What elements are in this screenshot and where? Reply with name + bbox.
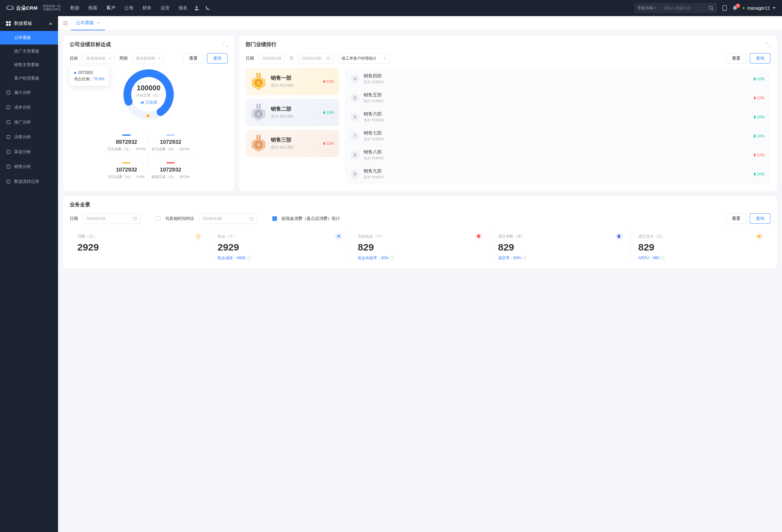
sidebar-sub-1[interactable]: 推广主管看板 [0,44,58,58]
sales-icon [6,164,11,169]
svg-text:2: 2 [257,112,259,116]
medal-2-icon: 2 [251,105,266,120]
rank-row: 8 销售八部流水 ¥19020 12% [345,145,771,165]
nav-item-5[interactable]: 运营 [161,5,170,11]
trend-icon: 12% [323,79,334,84]
username: manager11 [747,5,770,11]
svg-point-1 [709,6,712,9]
notification-badge: 5 [736,4,740,8]
svg-point-0 [196,6,198,8]
nav-item-3[interactable]: 公海 [125,5,134,11]
sidebar-item-1[interactable]: 成本分析 [0,100,58,115]
search-button[interactable] [706,6,717,11]
stat-1: 机会（个） 2929 机会成本：¥948 ? [210,231,350,263]
filter-icon [6,90,11,95]
rank-top-3: 3 销售三部流水 ¥10,900 12% [246,130,339,157]
sidebar-item-3[interactable]: 访客分析 [0,130,58,144]
cash-checkbox[interactable]: ✓ [272,216,277,221]
target-cell-1: 1072932未完成量（元）|20.9% [149,129,192,157]
sidebar-item-5[interactable]: 销售分析 [0,159,58,174]
user-icon[interactable] [194,5,199,11]
sidebar-item-6[interactable]: 数据流转记录 [0,174,58,189]
svg-rect-25 [259,73,260,77]
stat-2: 有效机会（个） 829 机会有效率：80% ? [350,231,490,263]
svg-text:3: 3 [257,143,259,147]
target-card: 公司业绩目标达成 目标 请选择目标 周期 请选择周期 重置 查询 [63,35,234,190]
sidebar-group-dashboard[interactable]: 数据看板 [0,16,58,31]
search-input[interactable] [661,6,706,10]
date-label: 日期 [246,56,254,61]
search-box: 手机号码 [634,3,717,13]
sidebar-sub-3[interactable]: 客户经理看板 [0,72,58,85]
sidebar-item-0[interactable]: 漏斗分析 [0,85,58,100]
medal-3-icon: 3 [251,136,266,151]
rank-top-1: 1 销售一部流水 ¥10,900 12% [246,68,339,95]
sidebar-sub-0[interactable]: 公司看板 [0,31,58,44]
rank-top-2: 2 销售二部流水 ¥10,900 10% [246,99,339,126]
reset-button[interactable]: 重置 [726,213,747,224]
svg-rect-7 [6,24,8,26]
business-overview-card: 业务全景 日期 2018/01/08 与其他时间对比 2018/01/08 ✓ … [63,196,777,269]
trend-icon: 10% [323,110,334,115]
logo-text: 云朵CRM [16,5,38,11]
tab-bar: 公司看板 ✕ [58,16,782,30]
svg-point-4 [724,9,725,10]
compare-checkbox[interactable] [156,216,161,221]
svg-rect-29 [257,104,258,108]
reset-button[interactable]: 重置 [183,53,204,64]
period-label: 周期 [119,56,128,61]
tab-company-dashboard[interactable]: 公司看板 ✕ [71,16,105,30]
logo-subtitle: 教育机构一站式服务云平台 [41,5,61,11]
query-button[interactable]: 查询 [750,53,771,64]
help-icon[interactable]: ? [523,256,527,260]
phone-icon[interactable] [205,5,210,11]
reset-button[interactable]: 重置 [726,53,747,64]
biz-date2-input[interactable]: 2018/01/08 [199,213,257,224]
period-select[interactable]: 请选择周期 [132,53,165,64]
svg-rect-12 [7,135,10,139]
tab-collapse-icon[interactable] [61,19,70,27]
expand-icon[interactable] [766,42,771,47]
nav-item-2[interactable]: 客户 [106,5,115,11]
sidebar-item-2[interactable]: 推广分析 [0,115,58,130]
rank-row: 7 销售七部流水 ¥19020 10% [345,127,771,145]
notification-icon[interactable]: 5 [732,5,738,11]
nav-item-0[interactable]: 数据 [70,5,79,11]
target-cell-0: 8972932已完成量（元）|70.9% [105,129,149,157]
sidebar-item-4[interactable]: 渠道分析 [0,144,58,159]
channel-icon [6,149,11,154]
date-from-input[interactable]: 2018/01/08 [258,53,285,64]
rank-row: 6 销售六部流水 ¥19020 10% [345,107,771,127]
date-to-input[interactable]: 2018/01/08 [298,53,333,64]
target-cell-2: 1072932应完成量（元）|8.9% [105,157,149,184]
sidebar-sub-2[interactable]: 销售主管看板 [0,58,58,72]
svg-rect-39 [134,217,137,220]
mobile-icon[interactable] [722,5,727,11]
dashboard-icon [6,21,11,26]
help-icon[interactable]: ? [390,256,394,260]
sidebar: 数据看板 公司看板推广主管看板销售主管看板客户经理看板 漏斗分析成本分析推广分析… [0,16,58,532]
search-type-select[interactable]: 手机号码 [634,5,661,11]
nav-item-4[interactable]: 财务 [142,5,151,11]
target-select[interactable]: 请选择目标 [82,53,115,64]
nav-item-1[interactable]: 线索 [88,5,97,11]
nav-item-6[interactable]: 报名 [179,5,188,11]
svg-rect-50 [757,235,761,238]
user-menu[interactable]: manager11 [743,5,776,11]
money-icon: $ [195,233,202,240]
logo[interactable]: 云朵CRM 教育机构一站式服务云平台 [6,5,61,11]
svg-rect-15 [7,180,10,183]
donut-chart: 100000 目标总量（元） 已达成 [119,66,178,123]
svg-rect-22 [326,57,330,60]
query-button[interactable]: 查询 [750,213,771,224]
svg-rect-48 [617,235,620,238]
close-icon[interactable]: ✕ [97,21,100,25]
help-icon[interactable]: ? [247,256,251,260]
expand-icon[interactable] [223,42,227,47]
query-button[interactable]: 查询 [207,53,227,64]
biz-date1-input[interactable]: 2018/01/08 [82,213,141,224]
promo-icon [6,119,11,125]
stat-type-select[interactable]: 按工单客户经理统计 [338,53,390,64]
help-icon[interactable]: ? [661,256,665,260]
svg-rect-5 [6,21,8,23]
